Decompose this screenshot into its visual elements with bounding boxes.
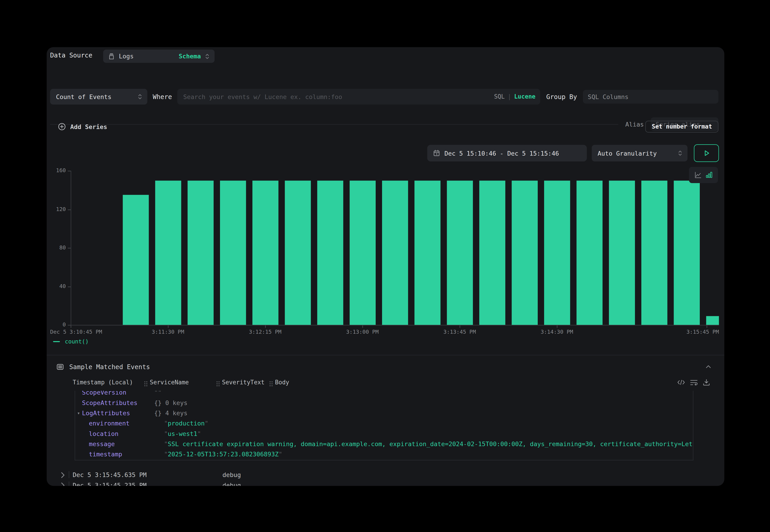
x-tick [71, 326, 71, 328]
date-range-value: Dec 5 15:10:46 - Dec 5 15:15:46 [444, 149, 559, 157]
braces-icon: {} [154, 399, 162, 406]
detail-value: "" [154, 391, 693, 398]
y-tick-label: 0 [50, 321, 66, 328]
y-tick [68, 209, 71, 210]
chevron-updown-icon [137, 93, 142, 100]
caret-down-icon[interactable]: ▾ [77, 408, 80, 418]
column-header-servicename[interactable]: ServiceName [150, 379, 189, 386]
y-tick [68, 171, 71, 171]
chart-bar [414, 180, 441, 325]
detail-row[interactable]: ▾LogAttributes{} 4 keys [75, 408, 693, 418]
event-timestamp: Dec 5 3:15:45.635 PM [73, 470, 147, 480]
chevron-right-icon[interactable] [61, 472, 65, 478]
query-row: Count of Events Where SQL | Lucene Group… [50, 89, 718, 104]
circle-plus-icon [58, 123, 66, 131]
braces-icon: {} [154, 409, 162, 417]
legend-label: count() [65, 338, 89, 345]
lucene-option[interactable]: Lucene [514, 93, 536, 100]
aggregate-select[interactable]: Count of Events [50, 89, 147, 104]
list-icon [56, 363, 64, 370]
query-builder-card: Data Source Logs Schema Alias Count of E… [47, 47, 724, 486]
chart-bar [349, 180, 375, 325]
detail-key: ScopeVersion [82, 391, 126, 398]
page: Data Source Logs Schema Alias Count of E… [0, 0, 770, 532]
event-row[interactable]: Dec 5 3:15:45.235 PMdebug [50, 480, 721, 486]
search-input[interactable] [177, 89, 540, 104]
chart-bar [576, 180, 603, 325]
x-tick [265, 326, 266, 328]
x-tick-label: 3:14:30 PM [528, 329, 586, 335]
y-tick-label: 120 [50, 206, 66, 212]
drag-handle-icon[interactable] [216, 381, 220, 387]
add-series-button[interactable]: Add Series [58, 123, 107, 131]
granularity-value: Auto Granularity [598, 149, 657, 157]
chevron-up-icon[interactable] [705, 363, 712, 370]
chevron-updown-icon [678, 150, 683, 157]
granularity-select[interactable]: Auto Granularity [592, 145, 688, 161]
schema-label: Schema [179, 52, 201, 60]
chart-bar [155, 180, 181, 325]
detail-key: message [89, 439, 115, 449]
chevron-updown-icon [205, 53, 210, 60]
column-header-body[interactable]: Body [275, 379, 289, 386]
detail-value: "2025-12-05T13:57:23.082306893Z" [164, 449, 693, 459]
y-tick-label: 80 [50, 244, 66, 251]
detail-row: timestamp"2025-12-05T13:57:23.082306893Z… [75, 449, 693, 459]
chart-bar [284, 180, 311, 325]
detail-row: message"SSL certificate expiration warni… [75, 439, 693, 449]
data-source-select[interactable]: Logs Schema [103, 50, 214, 63]
sample-events-title: Sample Matched Events [69, 363, 150, 370]
event-detail-panel: ScopeVersion""ScopeAttributes{} 0 keys▾L… [75, 391, 693, 460]
x-tick-label: 3:13:45 PM [430, 329, 489, 335]
y-tick-label: 160 [50, 167, 66, 174]
chart-bar [447, 180, 473, 325]
chevron-right-icon[interactable] [61, 482, 65, 486]
set-number-format-button[interactable]: Set number format [646, 121, 719, 133]
chart-bar [252, 180, 278, 325]
wrap-text-icon[interactable] [690, 379, 698, 386]
detail-key: ScopeAttributes [82, 398, 137, 408]
toggle-divider: | [508, 93, 511, 100]
detail-row: ScopeVersion"" [75, 391, 693, 398]
chart: count() 04080120160Dec 5 3:10:45 PM3:11:… [50, 165, 719, 348]
detail-value: {} 0 keys [154, 398, 693, 408]
detail-key: environment [89, 418, 129, 428]
section-divider [47, 355, 724, 355]
code-icon[interactable] [677, 379, 685, 386]
search-wrap: SQL | Lucene [177, 89, 540, 104]
run-query-button[interactable] [694, 144, 719, 162]
download-icon[interactable] [703, 379, 710, 386]
sample-events-header[interactable]: Sample Matched Events [50, 361, 718, 372]
drag-handle-icon[interactable] [144, 381, 148, 387]
play-icon [703, 149, 710, 157]
detail-key: location [89, 428, 118, 439]
chart-bar [187, 180, 213, 325]
chart-bar [544, 180, 570, 325]
drag-handle-icon[interactable] [269, 381, 273, 387]
bar-chart-icon[interactable] [706, 171, 713, 179]
column-header-severitytext[interactable]: SeverityText [222, 379, 264, 386]
detail-value: "us-west1" [164, 428, 693, 439]
date-range-picker[interactable]: Dec 5 15:10:46 - Dec 5 15:15:46 [427, 145, 587, 161]
column-header-timestamp-local-[interactable]: Timestamp (Local) [73, 379, 133, 386]
event-severity: debug [222, 480, 241, 486]
chart-bar [641, 180, 667, 325]
detail-value: "production" [164, 418, 693, 428]
x-tick-label: Dec 5 3:10:45 PM [50, 329, 102, 335]
x-tick-label: 3:15:45 PM [686, 329, 719, 335]
events-column-header: Timestamp (Local)ServiceNameSeverityText… [47, 379, 724, 389]
sql-option[interactable]: SQL [494, 93, 505, 100]
legend-swatch [53, 341, 60, 342]
x-tick [460, 326, 460, 328]
chart-bar [317, 180, 343, 325]
event-timestamp: Dec 5 3:15:45.235 PM [73, 480, 147, 486]
x-tick-label: 3:12:15 PM [236, 329, 294, 335]
table-actions [677, 379, 710, 386]
detail-row: location"us-west1" [75, 428, 693, 439]
line-chart-icon[interactable] [694, 171, 702, 179]
chart-bars [50, 165, 719, 325]
aggregate-value: Count of Events [56, 93, 111, 100]
language-toggle[interactable]: SQL | Lucene [494, 89, 536, 104]
group-by-input[interactable] [583, 90, 718, 104]
event-row[interactable]: Dec 5 3:15:45.635 PMdebug [50, 470, 721, 480]
